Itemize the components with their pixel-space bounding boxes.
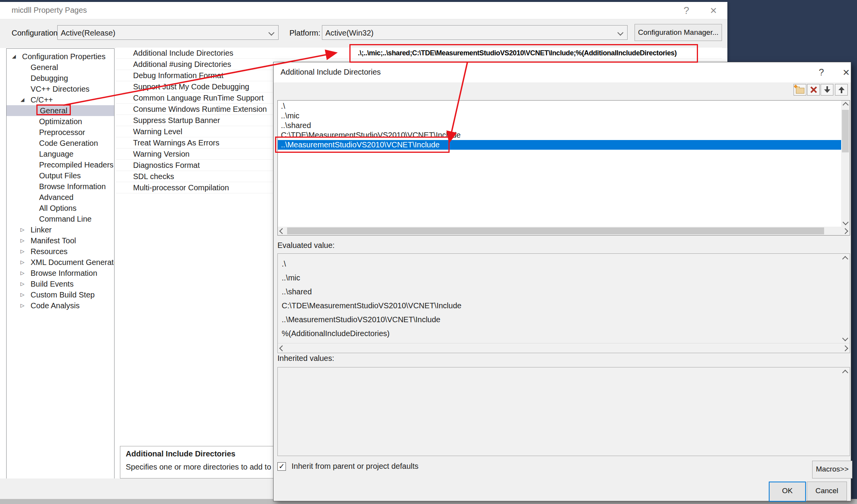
list-item-mic[interactable]: ..\mic xyxy=(278,111,841,121)
arrow-down-icon xyxy=(824,86,831,94)
tree-item-browse-information[interactable]: ▷Browse Information xyxy=(7,268,114,278)
scroll-down-icon[interactable] xyxy=(843,219,849,226)
tree-item-browse-information[interactable]: Browse Information xyxy=(7,181,114,192)
scroll-up-icon[interactable] xyxy=(843,102,849,108)
tree-item-output-files[interactable]: Output Files xyxy=(7,170,114,181)
configuration-select[interactable]: Active(Release) xyxy=(57,25,279,40)
directories-list: .\..\mic..\sharedC:\TDE\MeasurementStudi… xyxy=(278,101,841,227)
property-row-additional-include-directories[interactable]: Additional Include Directories.\;..\mic;… xyxy=(116,48,722,59)
tree-item-preprocessor[interactable]: Preprocessor xyxy=(7,127,114,138)
scrollbar-thumb[interactable] xyxy=(842,110,849,152)
delete-x-icon xyxy=(810,86,818,94)
tree-item-configuration-properties[interactable]: ◢Configuration Properties xyxy=(7,51,114,62)
additional-include-directories-dialog: Additional Include Directories ? × .\..\… xyxy=(273,62,851,501)
platform-value: Active(Win32) xyxy=(325,29,373,37)
tree-collapsed-icon[interactable]: ▷ xyxy=(21,300,31,311)
tree-collapsed-icon[interactable]: ▷ xyxy=(21,268,31,278)
tree-item-precompiled-headers[interactable]: Precompiled Headers xyxy=(7,159,114,170)
tree-collapsed-icon[interactable]: ▷ xyxy=(21,257,31,268)
tree-item-label: Resources xyxy=(31,247,68,256)
tree-item-custom-build-step[interactable]: ▷Custom Build Step xyxy=(7,289,114,300)
move-down-button[interactable] xyxy=(821,84,833,96)
property-name: Additional #using Directories xyxy=(133,60,231,68)
tree-item-label: Linker xyxy=(31,226,51,234)
inherit-checkbox[interactable]: ✓ xyxy=(277,462,286,471)
configuration-bar: Configuration: Active(Release) Platform:… xyxy=(0,19,727,48)
configuration-manager-button[interactable]: Configuration Manager... xyxy=(635,24,722,41)
inherit-defaults-row: ✓ Inherit from parent or project default… xyxy=(277,461,419,472)
evaluated-value-line: ..\shared xyxy=(282,285,838,299)
tree-item-xml-document-generator[interactable]: ▷XML Document Generator xyxy=(7,257,114,268)
list-item-c-tde-measurementstudiovs2010-vcnet-include[interactable]: C:\TDE\MeasurementStudioVS2010\VCNET\Inc… xyxy=(278,130,841,140)
tree-item-label: Code Analysis xyxy=(31,301,80,310)
scroll-left-icon[interactable] xyxy=(279,345,286,352)
scroll-right-icon[interactable] xyxy=(842,345,848,352)
tree-item-general[interactable]: General xyxy=(7,62,114,73)
property-name: Suppress Startup Banner xyxy=(133,116,220,125)
property-value[interactable]: .\;..\mic;..\shared;C:\TDE\MeasurementSt… xyxy=(358,48,677,58)
move-up-button[interactable] xyxy=(835,84,848,96)
inherit-checkbox-label: Inherit from parent or project defaults xyxy=(292,462,419,470)
scroll-down-icon[interactable] xyxy=(842,335,848,342)
chevron-down-icon xyxy=(269,30,275,36)
tree-item-linker[interactable]: ▷Linker xyxy=(7,224,114,235)
help-button[interactable]: ? xyxy=(678,4,695,17)
close-button[interactable]: × xyxy=(705,4,722,17)
vertical-scrollbar[interactable] xyxy=(841,101,850,227)
new-line-button[interactable] xyxy=(794,84,806,96)
property-name: SDL checks xyxy=(133,172,174,181)
configuration-tree: ◢Configuration PropertiesGeneralDebuggin… xyxy=(6,48,115,481)
tree-collapsed-icon[interactable]: ▷ xyxy=(21,246,31,257)
directories-listbox[interactable]: .\..\mic..\sharedC:\TDE\MeasurementStudi… xyxy=(277,100,850,236)
delete-button[interactable] xyxy=(807,84,820,96)
list-item-measurementstudiovs2010-vcnet-include[interactable]: ..\MeasurementStudioVS2010\VCNET\Include xyxy=(278,140,841,150)
property-name: Common Language RunTime Support xyxy=(133,94,263,102)
tree-expanded-icon[interactable]: ◢ xyxy=(12,51,22,62)
tree-item-general[interactable]: General xyxy=(7,105,114,116)
property-name: Treat Warnings As Errors xyxy=(133,138,219,147)
tree-item-language[interactable]: Language xyxy=(7,149,114,159)
tree-item-advanced[interactable]: Advanced xyxy=(7,192,114,203)
horizontal-scrollbar[interactable] xyxy=(278,343,850,353)
tree-expanded-icon[interactable]: ◢ xyxy=(21,94,31,105)
tree-item-command-line[interactable]: Command Line xyxy=(7,214,114,224)
dialog-help-button[interactable]: ? xyxy=(813,65,830,79)
cancel-button[interactable]: Cancel xyxy=(807,482,847,501)
tree-item-debugging[interactable]: Debugging xyxy=(7,73,114,84)
tree-collapsed-icon[interactable]: ▷ xyxy=(21,224,31,235)
evaluated-value-box: .\..\mic..\sharedC:\TDE\MeasurementStudi… xyxy=(277,253,850,353)
tree-item-label: Code Generation xyxy=(39,139,98,147)
tree-item-all-options[interactable]: All Options xyxy=(7,203,114,214)
platform-select[interactable]: Active(Win32) xyxy=(322,25,628,40)
evaluated-value-line: %(AdditionalIncludeDirectories) xyxy=(282,326,838,340)
tree-item-vc-directories[interactable]: VC++ Directories xyxy=(7,84,114,94)
window-titlebar: micdll Property Pages ? × xyxy=(0,2,727,19)
tree-item-code-generation[interactable]: Code Generation xyxy=(7,138,114,149)
tree-item-label: Language xyxy=(39,150,74,158)
tree-item-manifest-tool[interactable]: ▷Manifest Tool xyxy=(7,235,114,246)
scroll-left-icon[interactable] xyxy=(279,228,286,234)
list-item-shared[interactable]: ..\shared xyxy=(278,121,841,130)
tree-item-resources[interactable]: ▷Resources xyxy=(7,246,114,257)
property-name: Diagnostics Format xyxy=(133,161,200,169)
inherited-values-label: Inherited values: xyxy=(277,354,334,363)
list-item-[interactable]: .\ xyxy=(278,101,841,111)
tree-item-c-c[interactable]: ◢C/C++ xyxy=(7,94,114,105)
dialog-close-button[interactable]: × xyxy=(838,65,855,79)
window-title: micdll Property Pages xyxy=(12,6,87,15)
tree-item-optimization[interactable]: Optimization xyxy=(7,116,114,127)
scroll-up-icon[interactable] xyxy=(842,370,848,376)
macros-button[interactable]: Macros>> xyxy=(812,461,852,478)
scrollbar-thumb[interactable] xyxy=(287,227,824,234)
tree-item-label: XML Document Generator xyxy=(31,258,115,267)
tree-item-code-analysis[interactable]: ▷Code Analysis xyxy=(7,300,114,311)
scroll-up-icon[interactable] xyxy=(842,256,848,262)
ok-button[interactable]: OK xyxy=(769,482,806,502)
tree-collapsed-icon[interactable]: ▷ xyxy=(21,289,31,300)
tree-item-label: Debugging xyxy=(31,74,68,82)
tree-collapsed-icon[interactable]: ▷ xyxy=(21,278,31,289)
tree-collapsed-icon[interactable]: ▷ xyxy=(21,235,31,246)
scroll-right-icon[interactable] xyxy=(842,228,848,234)
tree-item-build-events[interactable]: ▷Build Events xyxy=(7,278,114,289)
horizontal-scrollbar[interactable] xyxy=(278,227,850,235)
